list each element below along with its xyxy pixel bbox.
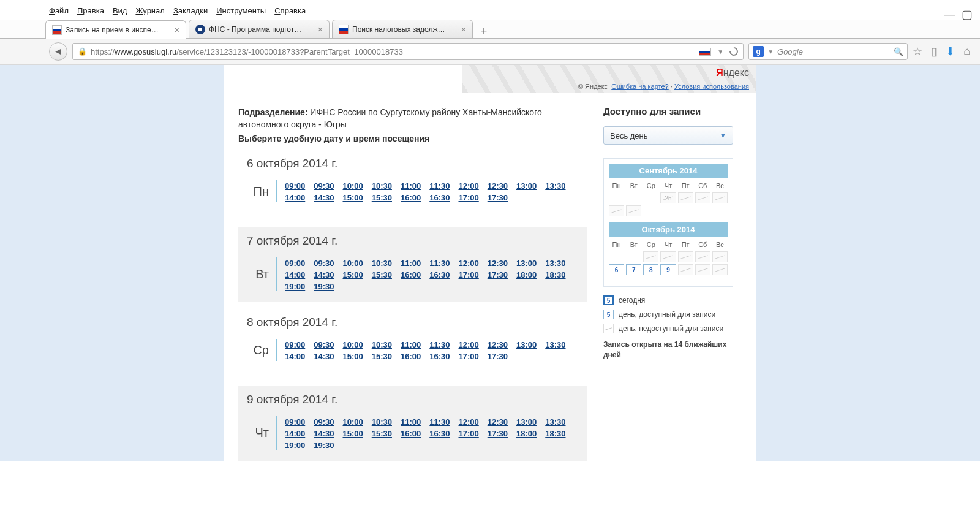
time-slot[interactable]: 16:30: [429, 352, 450, 361]
time-slot[interactable]: 14:30: [314, 193, 334, 202]
time-slot[interactable]: 15:30: [372, 270, 392, 279]
calendar-day[interactable]: 7: [626, 264, 641, 275]
time-slot[interactable]: 11:00: [401, 181, 421, 191]
time-slot[interactable]: 17:30: [488, 193, 508, 202]
time-slot[interactable]: 11:00: [401, 340, 421, 349]
time-filter-dropdown[interactable]: Весь день ▼: [603, 126, 733, 145]
time-slot[interactable]: 10:30: [372, 340, 392, 349]
menu-файл[interactable]: Файл: [49, 6, 69, 15]
map-error-link[interactable]: Ошибка на карте?: [611, 83, 669, 90]
time-slot[interactable]: 12:00: [459, 340, 479, 349]
time-slot[interactable]: 13:30: [545, 417, 565, 427]
calendar-day[interactable]: 9: [660, 264, 676, 275]
time-slot[interactable]: 12:00: [459, 417, 479, 427]
time-slot[interactable]: 17:00: [459, 352, 479, 361]
time-slot[interactable]: 13:30: [545, 181, 565, 191]
time-slot[interactable]: 18:00: [516, 270, 537, 279]
tab-close-icon[interactable]: ×: [318, 25, 323, 34]
url-dropdown-icon[interactable]: ▼: [717, 48, 723, 55]
time-slot[interactable]: 11:30: [429, 340, 450, 349]
browser-tab[interactable]: ФНС - Программа подгот…×: [189, 20, 330, 38]
map-terms-link[interactable]: Условия использования: [674, 83, 749, 90]
time-slot[interactable]: 09:00: [285, 259, 305, 268]
time-slot[interactable]: 13:00: [516, 417, 537, 427]
time-slot[interactable]: 17:00: [459, 193, 479, 202]
time-slot[interactable]: 12:30: [488, 417, 508, 427]
time-slot[interactable]: 16:00: [401, 270, 421, 279]
tab-close-icon[interactable]: ×: [175, 25, 179, 35]
time-slot[interactable]: 15:30: [372, 429, 392, 438]
time-slot[interactable]: 16:30: [429, 193, 450, 202]
new-tab-button[interactable]: +: [475, 25, 492, 38]
menu-правка[interactable]: Правка: [77, 6, 104, 15]
time-slot[interactable]: 17:30: [488, 352, 508, 361]
calendar-day[interactable]: 8: [643, 264, 658, 275]
clipboard-icon[interactable]: ▯: [931, 45, 937, 58]
time-slot[interactable]: 18:30: [545, 429, 565, 438]
time-slot[interactable]: 11:00: [401, 417, 421, 427]
time-slot[interactable]: 16:00: [401, 193, 421, 202]
time-slot[interactable]: 10:00: [343, 417, 363, 427]
time-slot[interactable]: 13:00: [516, 340, 537, 349]
time-slot[interactable]: 09:30: [314, 259, 334, 268]
calendar-day[interactable]: 6: [609, 264, 624, 275]
search-go-icon[interactable]: 🔍: [894, 47, 903, 56]
menu-вид[interactable]: Вид: [113, 6, 127, 15]
time-slot[interactable]: 19:00: [285, 441, 305, 450]
time-slot[interactable]: 11:30: [429, 417, 450, 427]
browser-tab[interactable]: Поиск налоговых задолж…×: [332, 20, 473, 38]
time-slot[interactable]: 14:30: [314, 270, 334, 279]
chevron-down-icon[interactable]: ▼: [767, 48, 774, 55]
time-slot[interactable]: 15:00: [343, 270, 363, 279]
time-slot[interactable]: 09:00: [285, 417, 305, 427]
time-slot[interactable]: 13:00: [516, 259, 537, 268]
time-slot[interactable]: 15:30: [372, 193, 392, 202]
time-slot[interactable]: 16:00: [401, 429, 421, 438]
url-bar[interactable]: 🔒 https://www.gosuslugi.ru/service/12312…: [72, 43, 744, 60]
time-slot[interactable]: 10:30: [372, 181, 392, 191]
time-slot[interactable]: 12:30: [488, 181, 508, 191]
home-icon[interactable]: ⌂: [963, 45, 970, 58]
menu-закладки[interactable]: Закладки: [173, 6, 208, 15]
time-slot[interactable]: 14:00: [285, 429, 305, 438]
time-slot[interactable]: 16:30: [429, 429, 450, 438]
time-slot[interactable]: 13:30: [545, 340, 565, 349]
minimize-icon[interactable]: —: [944, 7, 956, 21]
downloads-icon[interactable]: ⬇: [946, 45, 955, 58]
time-slot[interactable]: 14:30: [314, 352, 334, 361]
time-slot[interactable]: 17:00: [459, 270, 479, 279]
time-slot[interactable]: 14:30: [314, 429, 334, 438]
time-slot[interactable]: 10:00: [343, 181, 363, 191]
time-slot[interactable]: 10:30: [372, 259, 392, 268]
time-slot[interactable]: 16:00: [401, 352, 421, 361]
time-slot[interactable]: 12:30: [488, 259, 508, 268]
time-slot[interactable]: 09:00: [285, 340, 305, 349]
time-slot[interactable]: 11:30: [429, 259, 450, 268]
time-slot[interactable]: 17:30: [488, 270, 508, 279]
time-slot[interactable]: 14:00: [285, 352, 305, 361]
time-slot[interactable]: 12:00: [459, 259, 479, 268]
time-slot[interactable]: 19:30: [314, 282, 334, 291]
time-slot[interactable]: 12:30: [488, 340, 508, 349]
time-slot[interactable]: 14:00: [285, 193, 305, 202]
back-button[interactable]: ◄: [49, 42, 67, 61]
time-slot[interactable]: 19:00: [285, 282, 305, 291]
menu-справка[interactable]: Справка: [274, 6, 306, 15]
time-slot[interactable]: 15:00: [343, 193, 363, 202]
time-slot[interactable]: 16:30: [429, 270, 450, 279]
browser-tab[interactable]: Запись на прием в инспе…×: [45, 20, 186, 39]
time-slot[interactable]: 15:30: [372, 352, 392, 361]
time-slot[interactable]: 15:00: [343, 429, 363, 438]
menu-инструменты[interactable]: Инструменты: [216, 6, 266, 15]
star-icon[interactable]: ☆: [913, 45, 922, 58]
time-slot[interactable]: 19:30: [314, 441, 334, 450]
time-slot[interactable]: 09:30: [314, 417, 334, 427]
maximize-icon[interactable]: ▢: [962, 7, 973, 21]
search-box[interactable]: g ▼ Google 🔍: [748, 43, 908, 60]
time-slot[interactable]: 17:00: [459, 429, 479, 438]
time-slot[interactable]: 09:00: [285, 181, 305, 191]
time-slot[interactable]: 11:30: [429, 181, 450, 191]
tab-close-icon[interactable]: ×: [461, 25, 466, 34]
time-slot[interactable]: 09:30: [314, 340, 334, 349]
time-slot[interactable]: 11:00: [401, 259, 421, 268]
